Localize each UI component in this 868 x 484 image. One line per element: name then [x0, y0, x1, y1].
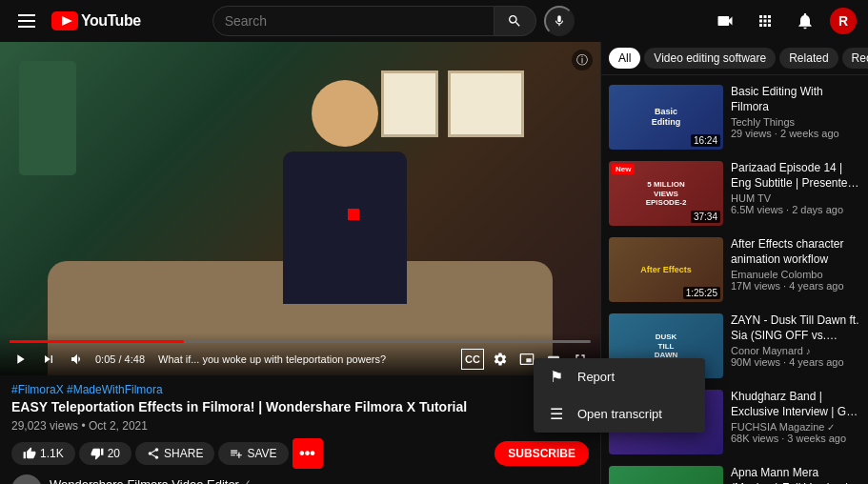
subtitles-button[interactable]: CC	[461, 349, 484, 370]
card-channel-1: Techly Things	[731, 116, 860, 128]
transcript-icon: ☰	[547, 405, 566, 423]
person-figure	[240, 80, 450, 347]
card-channel-5: FUCHSIA Magazine ✓	[731, 421, 860, 433]
list-item[interactable]: GRAVERO Apna Mann Mera (Mashup) Full Ver…	[601, 460, 868, 484]
progress-fill	[10, 340, 184, 343]
filmora-tag: #FilmoraX #MadeWithFilmora	[11, 383, 589, 396]
nav-right: R	[710, 6, 857, 36]
context-menu-item-transcript[interactable]: ☰ Open transcript	[534, 395, 705, 433]
wall-art-decoration	[448, 71, 524, 137]
user-avatar[interactable]: R	[830, 8, 857, 34]
list-item[interactable]: BasicEditing 16:24 Basic Editing With Fi…	[601, 79, 868, 155]
miniplayer-icon	[519, 352, 535, 367]
save-label: SAVE	[247, 447, 276, 460]
create-icon	[716, 11, 735, 30]
search-container	[212, 6, 575, 36]
controls-row: 0:05 / 4:48 What if... you woke up with …	[10, 349, 591, 370]
video-controls: 0:05 / 4:48 What if... you woke up with …	[0, 333, 600, 375]
save-icon	[230, 447, 243, 460]
context-menu-item-report[interactable]: ⚑ Report	[534, 358, 705, 395]
create-button[interactable]	[710, 6, 740, 36]
video-actions: 1.1K 20 SHARE	[11, 438, 589, 469]
card-title-4: ZAYN - Dusk Till Dawn ft. Sia (SING OFF …	[731, 313, 860, 343]
apps-button[interactable]	[750, 6, 780, 36]
search-input[interactable]	[225, 13, 482, 29]
top-navigation: YouTube	[0, 0, 868, 42]
play-icon	[12, 352, 28, 367]
video-thumbnail	[0, 42, 600, 375]
card-meta-1: 29 views · 2 weeks ago	[731, 128, 860, 139]
microphone-button[interactable]	[544, 6, 575, 36]
list-item[interactable]: After Effects 1:25:25 After Effects char…	[601, 232, 868, 308]
video-overlay-top: ⓘ	[572, 50, 593, 71]
card-meta-5: 68K views · 3 weeks ago	[731, 433, 860, 444]
info-icon[interactable]: ⓘ	[572, 50, 593, 71]
verified-icon: ✓	[242, 477, 252, 484]
share-icon	[147, 447, 160, 460]
video-info: #FilmoraX #MadeWithFilmora EASY Teleport…	[0, 375, 600, 484]
thumbnail-6: GRAVERO	[609, 466, 723, 484]
volume-icon	[70, 352, 85, 367]
like-button[interactable]: 1.1K	[11, 442, 75, 465]
report-label: Report	[577, 370, 615, 384]
search-button[interactable]	[495, 6, 536, 36]
hamburger-menu-button[interactable]	[11, 6, 42, 36]
progress-bar[interactable]	[10, 340, 591, 343]
duration-2: 37:34	[691, 211, 720, 223]
microphone-icon	[553, 14, 566, 28]
dislike-button[interactable]: 20	[79, 442, 131, 465]
card-title-3: After Effects character animation workfl…	[731, 237, 860, 267]
channel-info: Wondershare Filmora Video Editor ✓ https…	[50, 477, 274, 484]
youtube-logo[interactable]: YouTube	[51, 11, 141, 30]
card-channel-3: Emanuele Colombo	[731, 269, 860, 280]
play-button[interactable]	[10, 349, 30, 370]
transcript-label: Open transcript	[577, 407, 662, 421]
volume-button[interactable]	[67, 349, 88, 370]
main-layout: ⓘ	[0, 42, 868, 484]
notifications-button[interactable]	[790, 6, 820, 36]
card-meta-4: 90M views · 4 years ago	[731, 356, 860, 368]
chapter-text: What if... you woke up with teleportatio…	[158, 353, 454, 365]
save-button[interactable]: SAVE	[218, 442, 288, 465]
tab-related[interactable]: Related	[779, 48, 838, 69]
skip-next-icon	[41, 352, 56, 367]
video-meta: 29,023 views • Oct 2, 2021	[11, 419, 589, 433]
duration-3: 1:25:25	[683, 287, 720, 299]
youtube-logo-icon	[51, 11, 78, 30]
more-actions-button[interactable]: •••	[293, 438, 323, 469]
list-item[interactable]: 5 MILLIONVIEWSEPISODE-2 37:34 New Pariza…	[601, 155, 868, 232]
video-player[interactable]: ⓘ	[0, 42, 600, 375]
thumbnail-2: 5 MILLIONVIEWSEPISODE-2 37:34 New	[609, 161, 723, 226]
settings-button[interactable]	[490, 349, 511, 370]
search-icon	[507, 13, 522, 29]
channel-avatar[interactable]	[11, 474, 42, 484]
red-marker	[348, 209, 359, 220]
bell-icon	[796, 11, 815, 30]
thumbnail-3: After Effects 1:25:25	[609, 237, 723, 302]
search-input-wrap	[212, 6, 495, 36]
subscribe-button[interactable]: SUBSCRIBE	[495, 441, 589, 466]
share-button[interactable]: SHARE	[135, 442, 214, 465]
tab-video-editing[interactable]: Video editing software	[644, 48, 776, 69]
duration-1: 16:24	[691, 134, 720, 147]
card-title-1: Basic Editing With Filmora	[731, 85, 860, 114]
tab-rec[interactable]: Rec	[842, 48, 868, 69]
channel-row: Wondershare Filmora Video Editor ✓ https…	[11, 474, 589, 484]
youtube-wordmark: YouTube	[81, 12, 141, 30]
context-menu: ⚑ Report ☰ Open transcript	[534, 358, 705, 433]
dislike-count: 20	[108, 447, 120, 460]
next-button[interactable]	[38, 349, 59, 370]
apps-icon	[757, 12, 774, 30]
share-label: SHARE	[164, 447, 203, 460]
card-channel-2: HUM TV	[731, 192, 860, 204]
hamburger-icon	[18, 14, 35, 28]
nav-left: YouTube	[11, 6, 141, 36]
card-title-6: Apna Mann Mera (Mashup) Full Version | G…	[731, 466, 860, 484]
video-section: ⓘ	[0, 42, 600, 484]
like-count: 1.1K	[40, 447, 64, 460]
tab-all[interactable]: All	[609, 48, 640, 69]
sidebar-tabs: All Video editing software Related Rec ›	[601, 42, 868, 75]
video-title: EASY Teleportation Effects in Filmora! |…	[11, 398, 589, 415]
thumbnail-1: BasicEditing 16:24	[609, 85, 723, 150]
person-body	[283, 151, 407, 304]
